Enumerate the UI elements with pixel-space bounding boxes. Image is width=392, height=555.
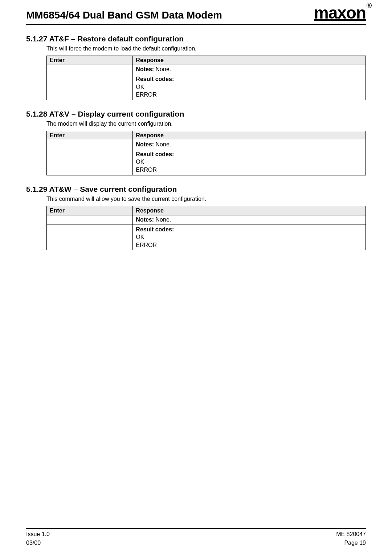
footer-rule (26, 528, 366, 529)
footer-left-top: Issue 1.0 (26, 531, 50, 538)
col-enter-header: Enter (47, 56, 133, 65)
result-code-error: ERROR (136, 91, 363, 99)
table-row: Notes: None. (47, 215, 366, 224)
enter-cell (47, 74, 133, 100)
header-rule (26, 24, 366, 25)
section-heading: 5.1.27 AT&F – Restore default configurat… (26, 35, 366, 43)
notes-label: Notes: (136, 141, 154, 147)
col-response-header: Response (133, 206, 366, 215)
section-description: This command will allow you to save the … (46, 196, 366, 202)
table-row: Result codes: OK ERROR (47, 224, 366, 250)
section-heading: 5.1.29 AT&W – Save current configuration (26, 185, 366, 194)
result-code-ok: OK (136, 233, 363, 241)
section-description: This will force the modem to load the de… (46, 45, 366, 52)
section-atf: 5.1.27 AT&F – Restore default configurat… (26, 35, 366, 100)
notes-label: Notes: (136, 216, 154, 223)
result-code-error: ERROR (136, 241, 363, 249)
notes-cell: Notes: None. (133, 140, 366, 149)
page: MM6854/64 Dual Band GSM Data Modem maxon… (0, 0, 392, 555)
command-table: Enter Response Notes: None. Result codes… (46, 56, 366, 100)
col-enter-header: Enter (47, 206, 133, 215)
footer-row-2: 03/00 Page 19 (26, 540, 366, 546)
section-atv: 5.1.28 AT&V – Display current configurat… (26, 110, 366, 175)
result-codes-cell: Result codes: OK ERROR (133, 74, 366, 100)
footer-left-bottom: 03/00 (26, 540, 41, 546)
result-code-ok: OK (136, 158, 363, 166)
notes-cell: Notes: None. (133, 65, 366, 74)
result-codes-label: Result codes: (136, 226, 363, 234)
table-header-row: Enter Response (47, 206, 366, 215)
registered-mark: R (367, 3, 372, 8)
notes-label: Notes: (136, 66, 154, 72)
footer-right-top: ME 820047 (336, 531, 366, 538)
col-response-header: Response (133, 56, 366, 65)
notes-value: None. (154, 141, 171, 147)
enter-cell (47, 215, 133, 224)
doc-title: MM6854/64 Dual Band GSM Data Modem (26, 9, 222, 21)
table-row: Notes: None. (47, 140, 366, 149)
notes-cell: Notes: None. (133, 215, 366, 224)
result-codes-label: Result codes: (136, 75, 363, 83)
section-description: The modem will display the current confi… (46, 121, 366, 127)
result-codes-label: Result codes: (136, 150, 363, 158)
enter-cell (47, 224, 133, 250)
page-footer: Issue 1.0 ME 820047 03/00 Page 19 (26, 528, 366, 546)
table-header-row: Enter Response (47, 56, 366, 65)
logo-wrap: maxon R (314, 4, 366, 21)
table-row: Result codes: OK ERROR (47, 74, 366, 100)
section-atw: 5.1.29 AT&W – Save current configuration… (26, 185, 366, 251)
result-codes-cell: Result codes: OK ERROR (133, 149, 366, 175)
enter-cell (47, 149, 133, 175)
col-enter-header: Enter (47, 131, 133, 140)
footer-row-1: Issue 1.0 ME 820047 (26, 531, 366, 538)
notes-value: None. (154, 66, 171, 72)
table-row: Notes: None. (47, 65, 366, 74)
enter-cell (47, 65, 133, 74)
result-code-error: ERROR (136, 166, 363, 174)
top-header: MM6854/64 Dual Band GSM Data Modem maxon… (26, 0, 366, 21)
command-table: Enter Response Notes: None. Result codes… (46, 131, 366, 175)
table-header-row: Enter Response (47, 131, 366, 140)
vertical-spacer (26, 250, 366, 525)
col-response-header: Response (133, 131, 366, 140)
enter-cell (47, 140, 133, 149)
table-row: Result codes: OK ERROR (47, 149, 366, 175)
footer-right-bottom: Page 19 (344, 540, 366, 546)
brand-logo: maxon (314, 3, 366, 22)
section-heading: 5.1.28 AT&V – Display current configurat… (26, 110, 366, 118)
result-code-ok: OK (136, 83, 363, 91)
result-codes-cell: Result codes: OK ERROR (133, 224, 366, 250)
command-table: Enter Response Notes: None. Result codes… (46, 206, 366, 251)
notes-value: None. (154, 216, 171, 223)
